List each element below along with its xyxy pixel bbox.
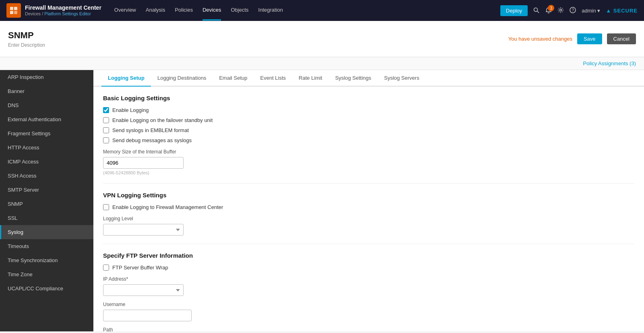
policy-assignments-bar: Policy Assignments (3) — [0, 57, 644, 70]
tab-email-setup[interactable]: Email Setup — [213, 70, 254, 87]
enable-logging-label[interactable]: Enable Logging — [112, 107, 149, 113]
logo-text: Firewall Management Center Devices / Pla… — [25, 4, 101, 17]
sidebar-item-fragment-settings[interactable]: Fragment Settings — [0, 126, 93, 141]
enable-logging-failover-label[interactable]: Enable Logging on the failover standby u… — [112, 117, 213, 123]
sidebar-item-time-sync[interactable]: Time Synchronization — [0, 253, 93, 267]
enable-fmc-logging-checkbox[interactable] — [103, 204, 109, 210]
svg-text:?: ? — [572, 8, 574, 12]
nav-item-policies[interactable]: Policies — [175, 0, 193, 21]
nav-item-overview[interactable]: Overview — [114, 0, 136, 21]
enable-logging-failover-checkbox[interactable] — [103, 117, 109, 123]
svg-line-5 — [537, 11, 539, 13]
ftp-buffer-wrap-checkbox[interactable] — [103, 265, 109, 271]
sidebar-item-time-zone[interactable]: Time Zone — [0, 267, 93, 281]
sidebar-item-http-access[interactable]: HTTP Access — [0, 141, 93, 155]
username-field-group: Username — [103, 302, 634, 321]
cisco-logo: ▲ SECURE — [606, 8, 638, 14]
content-body: Basic Logging Settings Enable Logging En… — [93, 87, 644, 331]
tab-syslog-servers[interactable]: Syslog Servers — [378, 70, 425, 87]
search-icon-area[interactable] — [533, 7, 540, 14]
svg-point-4 — [534, 8, 538, 12]
nav-item-analysis[interactable]: Analysis — [146, 0, 165, 21]
buffer-hint: (4096-52428800 Bytes) — [103, 170, 634, 175]
checkbox-row-debug: Send debug messages as syslogs — [103, 137, 634, 143]
help-icon[interactable]: ? — [570, 7, 576, 14]
send-syslogs-emblem-checkbox[interactable] — [103, 127, 109, 133]
app-logo-icon — [6, 3, 21, 18]
logging-level-field-group: Logging Level — [103, 216, 634, 236]
send-debug-syslogs-checkbox[interactable] — [103, 137, 109, 143]
checkbox-row-ftp-wrap: FTP Server Buffer Wrap — [103, 265, 634, 271]
app-subtitle: Devices / Platform Settings Editor — [25, 11, 101, 17]
svg-rect-3 — [14, 11, 17, 14]
content-area: Logging Setup Logging Destinations Email… — [93, 70, 644, 331]
ftp-server-title: Specify FTP Server Information — [103, 252, 634, 259]
page-header: SNMP Enter Description You have unsaved … — [0, 21, 644, 57]
page-header-left: SNMP Enter Description — [8, 30, 45, 48]
basic-logging-title: Basic Logging Settings — [103, 95, 634, 101]
sidebar-item-syslog[interactable]: Syslog — [0, 225, 93, 239]
main-nav: Overview Analysis Policies Devices Objec… — [114, 0, 500, 21]
notification-icon-area[interactable]: 3 — [545, 7, 552, 14]
subtitle-link[interactable]: Platform Settings Editor — [44, 11, 91, 16]
tab-rate-limit[interactable]: Rate Limit — [292, 70, 329, 87]
nav-item-objects[interactable]: Objects — [231, 0, 248, 21]
buffer-value-input[interactable] — [103, 157, 184, 169]
svg-rect-1 — [14, 7, 17, 10]
sidebar-item-external-auth[interactable]: External Authentication — [0, 112, 93, 126]
subtitle-prefix: Devices — [25, 11, 41, 16]
tab-syslog-settings[interactable]: Syslog Settings — [329, 70, 378, 87]
ip-address-field-group: IP Address* — [103, 276, 634, 296]
buffer-field-group: Memory Size of the Internal Buffer (4096… — [103, 149, 634, 175]
sidebar-item-ssh-access[interactable]: SSH Access — [0, 169, 93, 183]
sidebar-item-ssl[interactable]: SSL — [0, 211, 93, 225]
nav-item-devices[interactable]: Devices — [202, 0, 221, 21]
tab-event-lists[interactable]: Event Lists — [254, 70, 293, 87]
logging-level-dropdown[interactable] — [103, 224, 184, 236]
sidebar-item-banner[interactable]: Banner — [0, 84, 93, 98]
svg-point-6 — [560, 9, 562, 11]
settings-icon[interactable] — [557, 7, 564, 14]
page-header-right: You have unsaved changes Save Cancel — [508, 33, 636, 44]
unsaved-changes-msg: You have unsaved changes — [508, 36, 572, 42]
sidebar-item-timeouts[interactable]: Timeouts — [0, 239, 93, 253]
checkbox-row-enable-logging: Enable Logging — [103, 107, 634, 113]
notification-badge: 3 — [548, 5, 554, 11]
checkbox-row-failover: Enable Logging on the failover standby u… — [103, 117, 634, 123]
tab-logging-destinations[interactable]: Logging Destinations — [151, 70, 213, 87]
page-title: SNMP — [8, 30, 45, 41]
send-debug-syslogs-label[interactable]: Send debug messages as syslogs — [112, 137, 192, 143]
nav-item-integration[interactable]: Integration — [258, 0, 283, 21]
ip-address-dropdown[interactable] — [103, 284, 184, 296]
username-label: Username — [103, 302, 634, 307]
deploy-button[interactable]: Deploy — [500, 5, 528, 16]
path-label: Path — [103, 327, 634, 331]
tab-logging-setup[interactable]: Logging Setup — [101, 70, 151, 87]
ftp-buffer-wrap-label[interactable]: FTP Server Buffer Wrap — [112, 265, 168, 271]
username-input[interactable] — [103, 310, 192, 321]
sidebar-item-smtp-server[interactable]: SMTP Server — [0, 183, 93, 197]
logo-area: Firewall Management Center Devices / Pla… — [6, 3, 101, 18]
sidebar-item-arp-inspection[interactable]: ARP Inspection — [0, 70, 93, 84]
enable-logging-checkbox[interactable] — [103, 107, 109, 113]
right-actions: Deploy 3 ? admin ▾ — [500, 5, 638, 16]
admin-label[interactable]: admin ▾ — [582, 8, 600, 14]
main-layout: ARP Inspection Banner DNS External Authe… — [0, 70, 644, 331]
sidebar-item-ucapl[interactable]: UCAPL/CC Compliance — [0, 281, 93, 296]
page-description: Enter Description — [8, 42, 45, 48]
send-syslogs-emblem-label[interactable]: Send syslogs in EMBLEM format — [112, 127, 189, 133]
enable-fmc-logging-label[interactable]: Enable Logging to Firewall Management Ce… — [112, 204, 223, 210]
cancel-button[interactable]: Cancel — [607, 33, 636, 44]
sidebar-item-icmp-access[interactable]: ICMP Access — [0, 155, 93, 169]
ip-address-label: IP Address* — [103, 276, 634, 282]
sidebar-item-dns[interactable]: DNS — [0, 98, 93, 112]
sidebar-item-snmp[interactable]: SNMP — [0, 197, 93, 211]
vpn-logging-title: VPN Logging Settings — [103, 192, 634, 199]
save-button[interactable]: Save — [577, 33, 602, 44]
logging-level-label: Logging Level — [103, 216, 634, 221]
app-title: Firewall Management Center — [25, 4, 101, 11]
policy-assignments-link[interactable]: Policy Assignments (3) — [583, 60, 636, 66]
buffer-label: Memory Size of the Internal Buffer — [103, 149, 634, 155]
section-divider-2 — [103, 244, 634, 244]
svg-rect-0 — [10, 7, 13, 10]
